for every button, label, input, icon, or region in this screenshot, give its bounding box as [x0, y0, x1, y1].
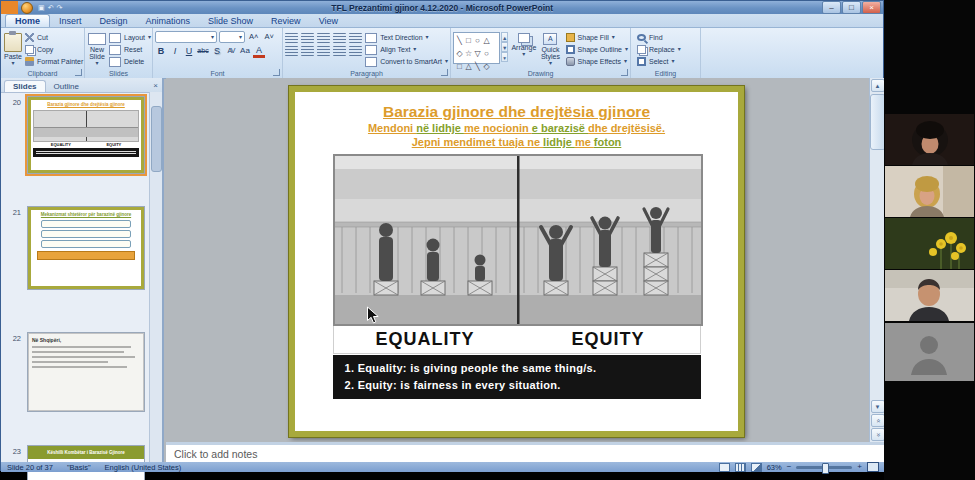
justify-icon[interactable]	[333, 46, 346, 56]
select-button[interactable]: Select ▾	[635, 56, 698, 67]
change-case-button[interactable]: Aa	[239, 44, 251, 58]
zoom-in-button[interactable]: +	[857, 463, 862, 471]
shape-effects-button[interactable]: Shape Effects ▾	[564, 56, 628, 67]
slides-panel-scrollbar[interactable]	[149, 92, 162, 462]
close-button[interactable]: ×	[862, 1, 881, 14]
align-center-icon[interactable]	[301, 46, 314, 56]
font-dialog-launcher[interactable]	[273, 69, 280, 76]
delete-button[interactable]: Delete	[107, 56, 151, 67]
convert-to-smartart-button[interactable]: Convert to SmartArt ▾	[363, 56, 448, 67]
font-name-combobox[interactable]: ▾	[155, 31, 217, 43]
dropdown-icon: ▾	[413, 47, 416, 52]
slideshow-view-button[interactable]	[751, 463, 762, 472]
reset-button[interactable]: Reset	[107, 44, 151, 55]
tab-design[interactable]: Design	[91, 15, 137, 27]
notes-pane[interactable]: Click to add notes	[166, 442, 885, 462]
shape-fill-button[interactable]: Shape Fill ▾	[564, 32, 628, 43]
shapes-scroll-down-icon[interactable]: ▼	[501, 42, 508, 52]
dropdown-icon: ▾	[426, 35, 429, 40]
replace-button[interactable]: Replace ▾	[635, 44, 698, 55]
text-direction-button[interactable]: Text Direction ▾	[363, 32, 448, 43]
tab-home[interactable]: Home	[5, 14, 50, 27]
bold-button[interactable]: B	[155, 44, 167, 58]
title-bar[interactable]: ▣ ↶ ↷ TFL Prezantimi gjinor 4.12.2020 - …	[1, 1, 883, 14]
clipboard-dialog-launcher[interactable]	[75, 69, 82, 76]
quick-styles-button[interactable]: A Quick Styles ▾	[537, 30, 563, 67]
tab-insert[interactable]: Insert	[50, 15, 91, 27]
zoom-level[interactable]: 63%	[767, 463, 782, 472]
zoom-slider-thumb[interactable]	[822, 463, 829, 474]
language-indicator[interactable]: English (United States)	[105, 463, 182, 472]
text-shadow-button[interactable]: S	[211, 44, 223, 58]
previous-slide-button[interactable]: «	[871, 414, 885, 427]
increase-indent-icon[interactable]	[333, 33, 346, 43]
tab-outline[interactable]: Outline	[46, 81, 87, 92]
italic-button[interactable]: I	[169, 44, 181, 58]
layout-button[interactable]: Layout ▾	[107, 32, 151, 43]
next-slide-button[interactable]: »	[871, 428, 885, 441]
shapes-scroll-up-icon[interactable]: ▲	[501, 32, 508, 42]
align-right-icon[interactable]	[317, 46, 330, 56]
panel-close-icon[interactable]: ×	[153, 80, 158, 92]
participant-camera-off[interactable]	[885, 323, 974, 381]
zoom-slider[interactable]	[796, 466, 852, 469]
text-direction-icon	[365, 33, 377, 43]
slide-editing-area[interactable]: Barazia gjinore dhe drejtësia gjinore Me…	[166, 78, 869, 442]
tab-review[interactable]: Review	[262, 15, 310, 27]
tab-view[interactable]: View	[310, 15, 347, 27]
drawing-dialog-launcher[interactable]	[621, 69, 628, 76]
zoom-out-button[interactable]: −	[787, 463, 792, 471]
slide-thumbnail-21[interactable]: Mekanizmat shtetëror për barazinë gjinor…	[27, 206, 145, 290]
shape-outline-button[interactable]: Shape Outline ▾	[564, 44, 628, 55]
tab-slides-thumbnails[interactable]: Slides	[4, 80, 46, 92]
fit-slide-to-window-button[interactable]	[867, 462, 879, 472]
find-button[interactable]: Find	[635, 32, 698, 43]
tab-animations[interactable]: Animations	[137, 15, 200, 27]
office-button[interactable]	[21, 2, 33, 14]
align-text-button[interactable]: Align Text ▾	[363, 44, 448, 55]
ribbon-group-font: ▾ ▾ A˄ A˅ B I U abc S AV Aa	[153, 28, 283, 78]
copy-button[interactable]: Copy	[23, 44, 83, 55]
scroll-down-button[interactable]: ▼	[871, 400, 885, 413]
scroll-up-button[interactable]: ▲	[871, 79, 885, 92]
font-size-combobox[interactable]: ▾	[219, 31, 245, 43]
shapes-more-icon[interactable]: ▾	[501, 52, 508, 62]
participant-video-2[interactable]	[885, 166, 974, 217]
columns-icon[interactable]	[349, 46, 362, 56]
powerpoint-window: ▣ ↶ ↷ TFL Prezantimi gjinor 4.12.2020 - …	[0, 0, 884, 471]
font-color-button[interactable]: A	[253, 45, 265, 58]
participant-video-1[interactable]	[885, 114, 974, 165]
align-left-icon[interactable]	[285, 46, 298, 56]
underline-button[interactable]: U	[183, 44, 195, 58]
bullets-icon[interactable]	[285, 33, 298, 43]
minimize-button[interactable]: –	[822, 1, 841, 14]
mouse-cursor	[366, 306, 379, 325]
cut-button[interactable]: Cut	[23, 32, 83, 43]
slide-canvas[interactable]: Barazia gjinore dhe drejtësia gjinore Me…	[289, 86, 744, 437]
arrange-button[interactable]: Arrange ▾	[510, 30, 537, 67]
decrease-indent-icon[interactable]	[317, 33, 330, 43]
restore-button[interactable]: □	[842, 1, 861, 14]
normal-view-button[interactable]	[719, 463, 730, 472]
slide-thumbnail-20[interactable]: Barazia gjinore dhe drejtësia gjinore EQ…	[27, 96, 145, 174]
main-scrollbar[interactable]: ▲ ▼ « »	[869, 78, 885, 442]
undo-icon[interactable]: ↶	[48, 4, 54, 12]
slide-sorter-view-button[interactable]	[735, 463, 746, 472]
slide-thumbnail-22[interactable]: Në Shqipëri,	[27, 332, 145, 412]
numbering-icon[interactable]	[301, 33, 314, 43]
character-spacing-button[interactable]: AV	[225, 44, 237, 58]
save-icon[interactable]: ▣	[38, 4, 45, 12]
participant-video-4[interactable]	[885, 270, 974, 321]
paragraph-dialog-launcher[interactable]	[441, 69, 448, 76]
shrink-font-button[interactable]: A˅	[262, 31, 275, 43]
format-painter-button[interactable]: Format Painter	[23, 56, 83, 67]
shapes-gallery[interactable]: ╲□○△◇☆▽○□△╲◇	[453, 32, 500, 64]
scrollbar-thumb[interactable]	[151, 106, 162, 172]
new-slide-button[interactable]: New Slide ▾	[87, 30, 107, 67]
line-spacing-icon[interactable]	[349, 33, 362, 43]
strikethrough-button[interactable]: abc	[197, 44, 209, 58]
tab-slide-show[interactable]: Slide Show	[199, 15, 262, 27]
paste-button[interactable]: Paste ▾	[3, 30, 23, 67]
participant-video-3[interactable]	[885, 218, 974, 269]
grow-font-button[interactable]: A˄	[247, 31, 260, 43]
